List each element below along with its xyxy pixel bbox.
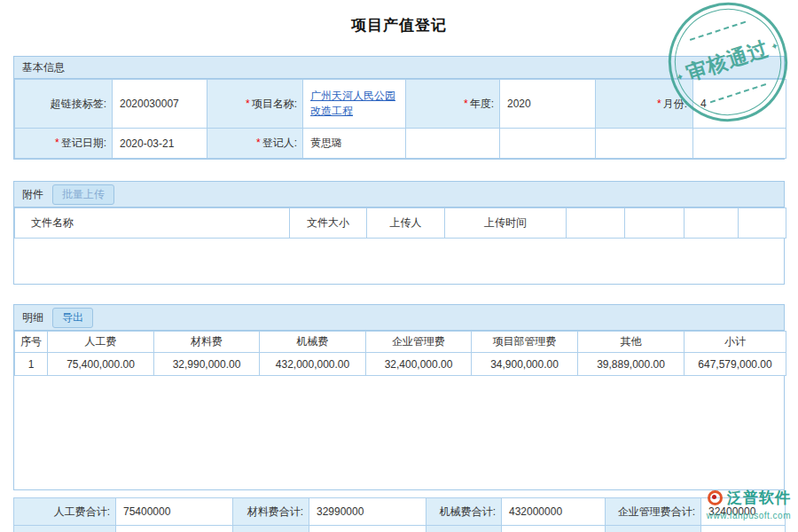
year-value: 2020 [507,98,531,110]
empty-cell [233,526,309,532]
empty-cell [309,526,426,532]
detail-cell-management: 32,400,000.00 [366,353,472,376]
required-marker: * [657,98,661,110]
management-total-label: 企业管理费合计: [606,498,701,526]
detail-cell-subtotal: 647,579,000.00 [685,353,786,376]
machine-total-value: 432000000 [502,498,606,526]
empty-cell [693,129,786,159]
labor-total-label: 人工费合计: [14,498,116,526]
year-label: 年度: [470,98,494,110]
register-date-label-cell: *登记日期: [15,129,113,159]
empty-cell [426,526,502,532]
detail-panel: 明细 导出 序号 人工费 材料费 机械费 企业管理费 项目部管理费 其他 小计 … [13,304,785,490]
table-row: 1 75,400,000.00 32,990,000.00 432,000,00… [15,353,786,376]
required-marker: * [246,98,250,110]
attachment-header-uploader: 上传人 [367,208,445,239]
project-name-link[interactable]: 广州天河人民公园改造工程 [310,90,395,117]
detail-cell-other: 39,889,000.00 [578,353,685,376]
attachment-header-empty [567,208,625,239]
year-label-cell: *年度: [406,80,500,129]
page-title: 项目产值登记 [0,15,798,35]
required-marker: * [464,98,468,110]
detail-cell-material: 32,990,000.00 [154,353,260,376]
hyperlink-label-cell: 超链接标签: [15,80,113,129]
attachments-header-bar: 附件 批量上传 [14,182,784,207]
hyperlink-value-cell: 2020030007 [113,80,207,129]
export-button[interactable]: 导出 [52,308,93,328]
brand-url: www.fanpusoft.com [707,511,791,520]
attachments-table: 文件名称 文件大小 上传人 上传时间 [14,207,786,239]
required-marker: * [55,137,59,149]
detail-table: 序号 人工费 材料费 机械费 企业管理费 项目部管理费 其他 小计 1 75,4… [14,331,786,376]
empty-cell [500,129,596,159]
attachment-header-filesize: 文件大小 [290,208,367,239]
required-marker: * [256,137,261,149]
project-name-label-cell: *项目名称: [207,80,303,129]
attachment-header-empty [739,208,786,239]
attachment-header-empty [685,208,739,239]
empty-cell [606,526,701,532]
month-value-cell: 4 [693,80,786,129]
machine-total-label: 机械费合计: [426,498,502,526]
detail-title: 明细 [22,310,43,325]
month-label-cell: *月份: [596,80,693,129]
detail-cell-dept: 34,900,000.00 [472,353,578,376]
hyperlink-value: 2020030007 [120,98,179,110]
detail-header-bar: 明细 导出 [14,305,784,331]
attachment-header-filename: 文件名称 [15,208,290,239]
empty-cell [596,129,693,159]
star-icon: ✦ [769,40,780,53]
detail-header-other: 其他 [578,332,685,353]
month-label: 月份: [663,98,687,110]
totals-table: 人工费合计: 75400000 材料费合计: 32990000 机械费合计: 4… [13,497,786,532]
empty-cell [406,129,500,159]
project-name-label: 项目名称: [252,98,297,110]
empty-cell [116,526,233,532]
month-value: 4 [700,98,707,110]
detail-header-management: 企业管理费 [366,332,472,353]
basic-info-table: 超链接标签: 2020030007 *项目名称: 广州天河人民公园改造工程 *年… [14,79,786,159]
attachments-empty-area [14,239,784,284]
register-date-value-cell: 2020-03-21 [113,129,207,159]
basic-info-title: 基本信息 [22,60,65,75]
material-total-value: 32990000 [309,498,426,526]
basic-info-panel: 基本信息 超链接标签: 2020030007 *项目名称: 广州天河人民公园改造… [13,56,785,160]
empty-cell [14,526,116,532]
detail-header-index: 序号 [15,332,48,353]
attachment-header-uploadtime: 上传时间 [445,208,567,239]
hyperlink-label: 超链接标签: [51,98,106,110]
registrant-value-cell: 黄思璐 [303,129,406,159]
material-total-label: 材料费合计: [233,498,309,526]
detail-cell-index: 1 [15,353,48,376]
detail-header-dept: 项目部管理费 [472,332,578,353]
basic-info-header-bar: 基本信息 [14,57,784,79]
year-value-cell: 2020 [500,80,596,129]
brand-logo-icon [708,490,723,505]
labor-total-value: 75400000 [116,498,233,526]
attachment-header-empty [625,208,685,239]
attachments-title: 附件 [22,187,43,202]
register-date-label: 登记日期: [61,137,106,149]
attachments-panel: 附件 批量上传 文件名称 文件大小 上传人 上传时间 [13,181,785,285]
register-date-value: 2020-03-21 [120,137,174,150]
page: 项目产值登记 ✦审核通过✦ 基本信息 超链接标签: 2020030007 *项目… [0,0,798,532]
brand-row: 泛普软件 [707,488,791,508]
registrant-label-cell: *登记人: [207,129,303,159]
footer-brand: 泛普软件 www.fanpusoft.com [707,488,791,520]
registrant-value: 黄思璐 [310,137,342,149]
detail-cell-machine: 432,000,000.00 [260,353,366,376]
detail-empty-area [14,376,784,489]
empty-cell [701,526,786,532]
project-name-cell: 广州天河人民公园改造工程 [303,80,406,129]
batch-upload-button[interactable]: 批量上传 [52,184,114,205]
empty-cell [502,526,606,532]
brand-name: 泛普软件 [727,488,791,508]
registrant-label: 登记人: [262,137,297,149]
detail-cell-labor: 75,400,000.00 [48,353,154,376]
detail-header-subtotal: 小计 [685,332,786,353]
detail-header-labor: 人工费 [48,332,154,353]
detail-header-material: 材料费 [154,332,260,353]
detail-header-machine: 机械费 [260,332,366,353]
